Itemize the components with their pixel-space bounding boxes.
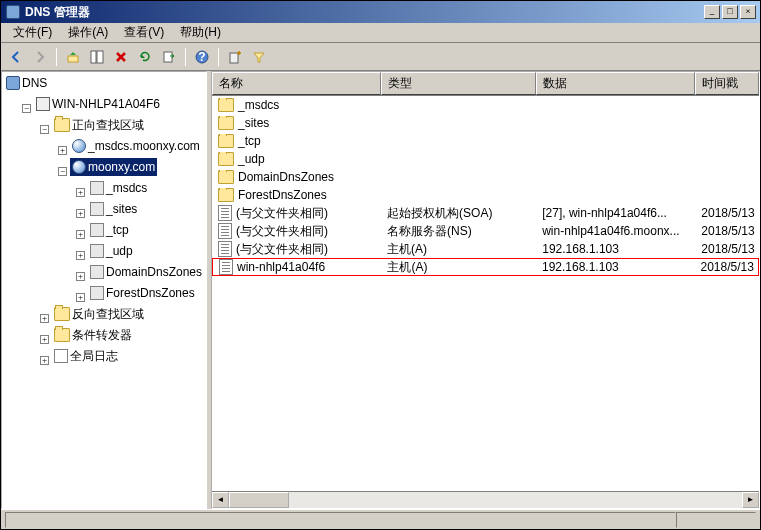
- forward-button[interactable]: [29, 46, 51, 68]
- toolbar-separator: [218, 48, 219, 66]
- list-row[interactable]: (与父文件夹相同)主机(A)192.168.1.1032018/5/13: [212, 240, 759, 258]
- menu-help[interactable]: 帮助(H): [172, 22, 229, 43]
- tree-zone-msdcs[interactable]: _msdcs.moonxy.com: [70, 137, 202, 155]
- scroll-track[interactable]: [229, 492, 742, 508]
- maximize-button[interactable]: □: [722, 5, 738, 19]
- cell-type: 名称服务器(NS): [381, 223, 536, 240]
- svg-rect-2: [97, 51, 103, 63]
- help-button[interactable]: ?: [191, 46, 213, 68]
- horizontal-scrollbar[interactable]: ◄ ►: [212, 491, 759, 508]
- svg-rect-6: [230, 53, 238, 63]
- tree-pane[interactable]: DNS −WIN-NHLP41A04F6 −正向查找区域 +_msdcs.moo…: [1, 71, 207, 509]
- refresh-button[interactable]: [134, 46, 156, 68]
- tree-sub-sites[interactable]: _sites: [88, 200, 139, 218]
- cell-name-text: _sites: [238, 116, 269, 130]
- scroll-left-button[interactable]: ◄: [212, 492, 229, 508]
- cell-name: _tcp: [212, 134, 381, 148]
- scroll-thumb[interactable]: [229, 492, 289, 508]
- cell-name: (与父文件夹相同): [212, 205, 381, 222]
- tree-global-log[interactable]: 全局日志: [52, 347, 120, 365]
- tree-toggle[interactable]: −: [22, 104, 31, 113]
- list-row[interactable]: _tcp: [212, 132, 759, 150]
- tree-toggle[interactable]: +: [76, 188, 85, 197]
- tree-server[interactable]: WIN-NHLP41A04F6: [34, 95, 162, 113]
- tree-toggle[interactable]: +: [40, 335, 49, 344]
- list-row[interactable]: _msdcs: [212, 96, 759, 114]
- tree-toggle[interactable]: −: [40, 125, 49, 134]
- tree-toggle[interactable]: +: [40, 314, 49, 323]
- list-header: 名称 类型 数据 时间戳: [212, 72, 759, 96]
- tree-zone-msdcs-label: _msdcs.moonxy.com: [88, 137, 200, 155]
- list-row[interactable]: _udp: [212, 150, 759, 168]
- tree-zone-moonxy[interactable]: moonxy.com: [70, 158, 157, 176]
- tree-toggle[interactable]: +: [40, 356, 49, 365]
- tree-sub-tcp[interactable]: _tcp: [88, 221, 131, 239]
- tree-toggle[interactable]: +: [76, 293, 85, 302]
- status-cell: [676, 512, 756, 528]
- tree-toggle[interactable]: +: [76, 272, 85, 281]
- zone-icon: [72, 160, 86, 174]
- filter-button[interactable]: [248, 46, 270, 68]
- menu-action[interactable]: 操作(A): [60, 22, 116, 43]
- tree-toggle[interactable]: −: [58, 167, 67, 176]
- scroll-right-button[interactable]: ►: [742, 492, 759, 508]
- folder-icon: [218, 188, 234, 202]
- tree-toggle[interactable]: +: [58, 146, 67, 155]
- tree-fwd-lookup[interactable]: 正向查找区域: [52, 116, 146, 134]
- export-button[interactable]: [158, 46, 180, 68]
- col-header-data[interactable]: 数据: [536, 72, 695, 95]
- tree-sub-ddz[interactable]: DomainDnsZones: [88, 263, 204, 281]
- minimize-button[interactable]: _: [704, 5, 720, 19]
- tree-sub-udp[interactable]: _udp: [88, 242, 135, 260]
- record-icon: [218, 205, 232, 221]
- tree-toggle[interactable]: +: [76, 209, 85, 218]
- menubar: 文件(F) 操作(A) 查看(V) 帮助(H): [1, 23, 760, 43]
- folder-icon: [54, 328, 70, 342]
- tree-toggle[interactable]: +: [76, 230, 85, 239]
- tree-cond-fwd-label: 条件转发器: [72, 326, 132, 344]
- tree-root[interactable]: DNS: [4, 74, 49, 92]
- tree-sub-fdz[interactable]: ForestDnsZones: [88, 284, 197, 302]
- tree-toggle[interactable]: +: [76, 251, 85, 260]
- new-server-button[interactable]: [224, 46, 246, 68]
- list-body[interactable]: _msdcs_sites_tcp_udpDomainDnsZonesForest…: [212, 96, 759, 491]
- toolbar-separator: [56, 48, 57, 66]
- col-header-type[interactable]: 类型: [381, 72, 536, 95]
- folder-icon: [90, 181, 104, 195]
- list-row[interactable]: (与父文件夹相同)起始授权机构(SOA)[27], win-nhlp41a04f…: [212, 204, 759, 222]
- cell-name-text: _msdcs: [238, 98, 279, 112]
- list-row[interactable]: DomainDnsZones: [212, 168, 759, 186]
- folder-icon: [218, 98, 234, 112]
- tree-sub-msdcs[interactable]: _msdcs: [88, 179, 149, 197]
- col-header-name[interactable]: 名称: [212, 72, 381, 95]
- delete-button[interactable]: [110, 46, 132, 68]
- tree-rev-lookup[interactable]: 反向查找区域: [52, 305, 146, 323]
- tree-rev-lookup-label: 反向查找区域: [72, 305, 144, 323]
- folder-icon: [90, 265, 104, 279]
- list-row[interactable]: (与父文件夹相同)名称服务器(NS)win-nhlp41a04f6.moonx.…: [212, 222, 759, 240]
- cell-name: _msdcs: [212, 98, 381, 112]
- col-header-timestamp[interactable]: 时间戳: [695, 72, 759, 95]
- titlebar: DNS 管理器 _ □ ×: [1, 1, 760, 23]
- content-area: DNS −WIN-NHLP41A04F6 −正向查找区域 +_msdcs.moo…: [1, 71, 760, 509]
- close-button[interactable]: ×: [740, 5, 756, 19]
- list-row[interactable]: ForestDnsZones: [212, 186, 759, 204]
- up-button[interactable]: [62, 46, 84, 68]
- back-button[interactable]: [5, 46, 27, 68]
- cell-name-text: _udp: [238, 152, 265, 166]
- log-icon: [54, 349, 68, 363]
- menu-view[interactable]: 查看(V): [116, 22, 172, 43]
- tree-global-log-label: 全局日志: [70, 347, 118, 365]
- menu-file[interactable]: 文件(F): [5, 22, 60, 43]
- cell-name-text: DomainDnsZones: [238, 170, 334, 184]
- list-row[interactable]: win-nhlp41a04f6主机(A)192.168.1.1032018/5/…: [212, 258, 759, 276]
- tree-fwd-lookup-label: 正向查找区域: [72, 116, 144, 134]
- list-row[interactable]: _sites: [212, 114, 759, 132]
- tree-sub-label: _sites: [106, 200, 137, 218]
- record-icon: [218, 241, 232, 257]
- tree-cond-fwd[interactable]: 条件转发器: [52, 326, 134, 344]
- folder-icon: [218, 152, 234, 166]
- folder-icon: [90, 286, 104, 300]
- folder-icon: [54, 307, 70, 321]
- show-hide-tree-button[interactable]: [86, 46, 108, 68]
